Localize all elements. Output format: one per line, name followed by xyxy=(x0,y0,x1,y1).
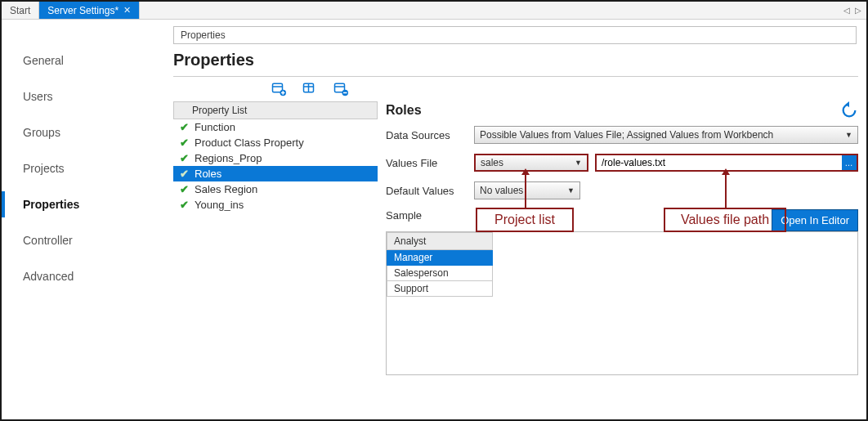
property-row[interactable]: ✔Young_ins xyxy=(173,197,378,213)
chevron-down-icon: ▼ xyxy=(567,186,575,195)
property-label: Product Class Property xyxy=(195,137,304,149)
tab-prev-icon[interactable]: ◁ xyxy=(842,6,852,15)
svg-marker-12 xyxy=(845,101,849,107)
sample-item[interactable]: Support xyxy=(387,281,493,297)
sidebar-item-label: Projects xyxy=(23,162,65,175)
label-values-file: Values File xyxy=(386,157,468,169)
check-icon: ✔ xyxy=(178,183,190,195)
sidebar: General Users Groups Projects Properties… xyxy=(2,20,157,419)
sidebar-item-label: General xyxy=(23,54,64,67)
sidebar-item-advanced[interactable]: Advanced xyxy=(2,263,157,289)
chevron-down-icon: ▼ xyxy=(575,159,582,167)
sample-list: Analyst Manager Salesperson Support xyxy=(387,232,493,297)
tab-bar: Start Server Settings* ✕ ◁ ▷ xyxy=(2,2,866,20)
combo-value: No values xyxy=(480,185,523,196)
default-values-combo[interactable]: No values ▼ xyxy=(474,181,580,199)
check-icon: ✔ xyxy=(178,121,190,133)
tab-label: Start xyxy=(10,5,30,16)
check-icon: ✔ xyxy=(178,199,190,211)
property-row-roles[interactable]: ✔Roles xyxy=(173,166,378,181)
edit-table-icon[interactable] xyxy=(302,82,317,96)
property-label: Function xyxy=(195,121,235,133)
page-title: Properties xyxy=(173,47,858,76)
sidebar-item-users[interactable]: Users xyxy=(2,83,157,110)
sidebar-item-label: Advanced xyxy=(23,270,74,283)
sidebar-item-properties[interactable]: Properties xyxy=(2,191,157,217)
chevron-down-icon: ▼ xyxy=(845,131,852,139)
check-icon: ✔ xyxy=(178,168,190,180)
values-file-path-input[interactable] xyxy=(597,155,842,170)
sidebar-item-label: Groups xyxy=(23,126,60,139)
values-file-path-field: … xyxy=(595,154,858,172)
property-row[interactable]: ✔Product Class Property xyxy=(173,135,378,150)
toolbar xyxy=(271,82,858,96)
browse-button[interactable]: … xyxy=(842,155,857,170)
sample-box: Analyst Manager Salesperson Support xyxy=(386,231,858,375)
project-combo[interactable]: sales ▼ xyxy=(474,154,588,172)
data-sources-combo[interactable]: Possible Values from Values File; Assign… xyxy=(474,126,858,144)
close-icon[interactable]: ✕ xyxy=(123,5,131,16)
sidebar-item-general[interactable]: General xyxy=(2,47,157,74)
sidebar-item-label: Properties xyxy=(23,198,79,211)
check-icon: ✔ xyxy=(178,152,190,164)
sample-item[interactable]: Salesperson xyxy=(387,266,493,281)
remove-table-icon[interactable] xyxy=(333,82,348,96)
label-sample: Sample xyxy=(386,209,422,222)
check-icon: ✔ xyxy=(178,137,190,149)
property-label: Regions_Prop xyxy=(195,152,262,164)
property-list-header: Property List xyxy=(173,101,378,119)
detail-panel: Roles Data Sources Possible Values from … xyxy=(386,101,858,375)
label-data-sources: Data Sources xyxy=(386,129,468,141)
label-default-values: Default Values xyxy=(386,185,468,197)
sidebar-item-label: Users xyxy=(23,90,53,103)
tab-label: Server Settings* xyxy=(47,5,119,16)
property-list-panel: Property List ✔Function ✔Product Class P… xyxy=(173,101,378,213)
divider xyxy=(173,76,858,77)
sidebar-item-projects[interactable]: Projects xyxy=(2,155,157,181)
tab-next-icon[interactable]: ▷ xyxy=(853,6,863,15)
sidebar-item-controller[interactable]: Controller xyxy=(2,227,157,253)
property-row[interactable]: ✔Function xyxy=(173,119,378,135)
add-table-icon[interactable] xyxy=(271,82,286,96)
property-row[interactable]: ✔Sales Region xyxy=(173,181,378,197)
detail-title: Roles xyxy=(386,103,422,118)
sample-list-header: Analyst xyxy=(387,232,493,250)
property-row[interactable]: ✔Regions_Prop xyxy=(173,150,378,166)
sidebar-item-label: Controller xyxy=(23,234,73,247)
main-panel: Properties Properties Property List xyxy=(157,20,866,419)
refresh-icon[interactable] xyxy=(840,101,858,119)
tab-nav: ◁ ▷ xyxy=(842,2,863,19)
breadcrumb: Properties xyxy=(173,26,857,44)
open-in-editor-button[interactable]: Open In Editor xyxy=(772,209,858,231)
tab-start[interactable]: Start xyxy=(2,2,39,19)
sample-item[interactable]: Manager xyxy=(387,250,493,266)
property-label: Sales Region xyxy=(195,183,257,195)
combo-value: sales xyxy=(481,157,503,168)
property-label: Young_ins xyxy=(195,199,244,211)
tab-server-settings[interactable]: Server Settings* ✕ xyxy=(39,2,140,19)
combo-value: Possible Values from Values File; Assign… xyxy=(480,129,773,141)
breadcrumb-text: Properties xyxy=(181,29,226,41)
property-label: Roles xyxy=(195,168,221,180)
sidebar-item-groups[interactable]: Groups xyxy=(2,119,157,146)
